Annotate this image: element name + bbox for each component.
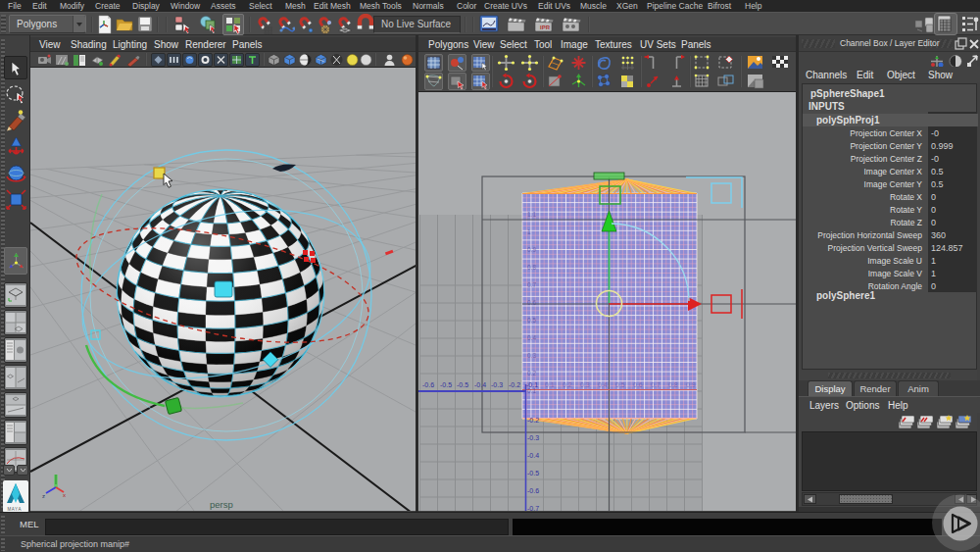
svg-text:-0.5: -0.5 <box>527 470 539 477</box>
svg-text:IPR: IPR <box>540 25 551 30</box>
svg-text:0.8: 0.8 <box>527 264 536 271</box>
svg-text:0.7: 0.7 <box>651 381 661 388</box>
svg-text:0.5: 0.5 <box>527 317 536 324</box>
svg-text:0.7: 0.7 <box>527 281 536 288</box>
svg-text:0.3: 0.3 <box>580 381 590 388</box>
svg-text:0.6: 0.6 <box>527 299 536 306</box>
svg-text:persp: persp <box>210 499 233 510</box>
svg-text:-0.5: -0.5 <box>457 381 468 388</box>
svg-text:-0.5: -0.5 <box>440 381 452 388</box>
svg-text:0.9: 0.9 <box>527 246 536 253</box>
svg-text:-0.6: -0.6 <box>422 381 434 388</box>
svg-text:0.6: 0.6 <box>633 381 643 388</box>
svg-text:0.1: 0.1 <box>545 381 555 388</box>
svg-text:-0.6: -0.6 <box>527 487 539 494</box>
svg-text:0.2: 0.2 <box>527 370 536 376</box>
svg-text:-0.2: -0.2 <box>527 417 539 424</box>
svg-text:0.3: 0.3 <box>527 352 536 359</box>
svg-text:0.4: 0.4 <box>527 334 536 341</box>
svg-text:-0.2: -0.2 <box>509 381 520 388</box>
svg-text:-0.3: -0.3 <box>527 434 539 441</box>
svg-text:0.1: 0.1 <box>527 387 536 394</box>
svg-text:x: x <box>63 492 66 498</box>
svg-text:0.2: 0.2 <box>563 381 572 388</box>
svg-text:0.9: 0.9 <box>686 381 696 388</box>
svg-text:-0.4: -0.4 <box>474 381 486 388</box>
svg-text:0.8: 0.8 <box>668 381 678 388</box>
svg-text:1.1: 1.1 <box>527 211 536 218</box>
svg-text:-0.7: -0.7 <box>527 505 539 511</box>
svg-text:1: 1 <box>527 228 531 235</box>
svg-text:0.4: 0.4 <box>598 381 608 388</box>
svg-text:z: z <box>42 493 45 499</box>
svg-text:0.5: 0.5 <box>615 381 625 388</box>
svg-text:-0.3: -0.3 <box>491 381 503 388</box>
svg-text:-0.4: -0.4 <box>527 452 539 459</box>
